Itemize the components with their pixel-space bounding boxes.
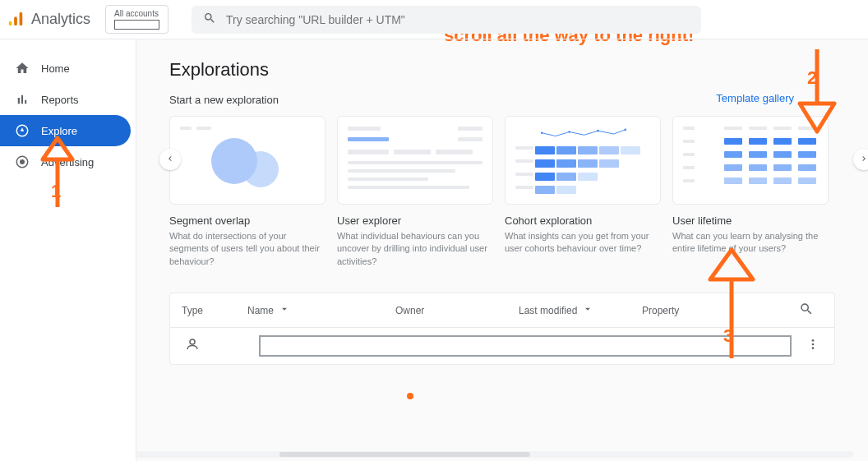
card-title: Segment overlap (169, 214, 326, 227)
svg-point-14 (812, 348, 815, 350)
card-title: Cohort exploration (505, 214, 661, 227)
card-desc: What individual behaviours can you uncov… (337, 230, 493, 268)
svg-rect-1 (14, 16, 17, 25)
svg-point-10 (625, 129, 627, 131)
scroll-right-button[interactable] (853, 149, 868, 170)
logo[interactable]: Analytics (7, 11, 90, 29)
card-desc: What insights can you get from your user… (505, 230, 661, 256)
search-input[interactable] (226, 13, 690, 26)
card-user-explorer[interactable]: User explorer What individual behaviours… (337, 116, 493, 268)
sort-down-icon (582, 303, 593, 317)
col-type[interactable]: Type (182, 305, 247, 316)
chevron-left-icon (165, 152, 175, 167)
sidebar-item-home[interactable]: Home (0, 53, 131, 84)
sidebar-item-label: Home (41, 62, 70, 75)
annotation-label-2: 2 (807, 67, 817, 89)
account-selector[interactable]: All accounts (105, 5, 169, 34)
app-name: Analytics (31, 11, 90, 28)
search-bar[interactable] (192, 6, 701, 34)
svg-point-9 (597, 130, 599, 132)
card-segment-overlap[interactable]: Segment overlap What do intersections of… (169, 116, 326, 268)
svg-point-8 (568, 131, 570, 133)
table-search-button[interactable] (790, 302, 823, 319)
annotation-arrow-2 (788, 46, 846, 136)
svg-point-11 (190, 339, 195, 344)
col-name[interactable]: Name (247, 303, 395, 317)
card-preview (169, 116, 326, 205)
card-user-lifetime[interactable]: User lifetime What can you learn by anal… (672, 116, 829, 256)
row-menu-button[interactable] (803, 338, 823, 354)
scrollbar-thumb[interactable] (279, 452, 531, 457)
sort-down-icon (279, 303, 290, 317)
svg-point-6 (21, 160, 25, 164)
sidebar-item-label: Reports (41, 94, 79, 106)
explore-icon (15, 123, 30, 138)
account-placeholder-box (114, 20, 159, 30)
card-desc: What do intersections of your segments o… (169, 230, 326, 268)
card-cohort-exploration[interactable]: Cohort exploration What insights can you… (505, 116, 661, 256)
annotation-dot (407, 393, 413, 399)
col-owner[interactable]: Owner (395, 305, 519, 316)
svg-point-12 (812, 339, 815, 342)
reports-icon (15, 92, 30, 107)
card-title: User explorer (337, 214, 493, 227)
exploration-cards-row: Segment overlap What do intersections of… (169, 116, 835, 268)
svg-point-13 (812, 343, 815, 346)
svg-marker-4 (21, 127, 25, 131)
svg-rect-0 (9, 21, 12, 25)
top-bar: Analytics All accounts (0, 0, 868, 39)
user-icon (185, 337, 200, 355)
col-modified[interactable]: Last modified (519, 303, 642, 317)
svg-rect-2 (20, 12, 23, 25)
card-preview (337, 116, 493, 205)
chevron-right-icon (859, 152, 868, 167)
horizontal-scrollbar[interactable] (136, 451, 853, 458)
card-preview (505, 116, 661, 205)
search-icon (203, 12, 216, 28)
kebab-icon (806, 338, 820, 354)
template-gallery-link[interactable]: Template gallery (716, 92, 794, 104)
row-type-icon-cell (182, 337, 247, 355)
annotation-label-3: 3 (723, 325, 733, 347)
sidebar-item-reports[interactable]: Reports (0, 84, 131, 115)
search-icon (799, 302, 814, 319)
annotation-label-1: 1 (51, 181, 61, 202)
scroll-left-button[interactable] (159, 149, 181, 170)
sidebar: Home Reports Explore Advertising (0, 39, 136, 461)
home-icon (15, 61, 30, 76)
analytics-logo-icon (7, 11, 25, 29)
account-label: All accounts (114, 9, 159, 18)
svg-point-7 (541, 131, 543, 134)
card-title: User lifetime (672, 214, 829, 227)
advertising-icon (15, 154, 30, 169)
page-title: Explorations (169, 59, 835, 81)
